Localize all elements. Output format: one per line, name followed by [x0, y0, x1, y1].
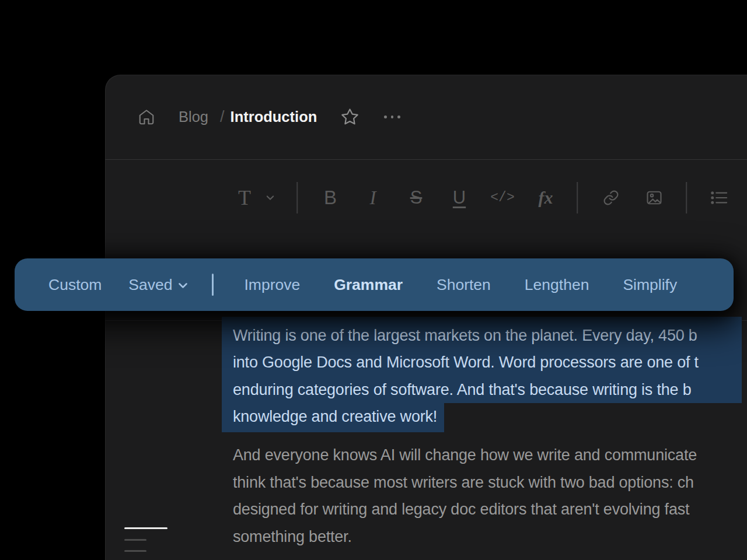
selected-text-line: enduring categories of software. And tha… [222, 376, 742, 403]
selected-text-line: knowledge and creative work! [222, 403, 444, 432]
ai-option-improve[interactable]: Improve [244, 276, 300, 294]
ai-option-lengthen[interactable]: Lengthen [525, 276, 589, 294]
paragraph-line: And everyone knows AI will change how we… [233, 442, 697, 469]
breadcrumb-separator: / [220, 108, 225, 126]
formula-button[interactable]: fx [539, 188, 553, 208]
ai-option-saved[interactable]: Saved [128, 276, 187, 294]
ai-option-shorten[interactable]: Shorten [437, 276, 491, 294]
paragraph-line: think that's because most writers are st… [233, 469, 697, 496]
image-button[interactable] [646, 189, 663, 206]
italic-button[interactable]: I [370, 187, 376, 208]
chevron-down-icon [179, 283, 187, 288]
bullet-list-button[interactable] [710, 189, 728, 206]
link-button[interactable] [603, 189, 620, 206]
toolbar-divider [577, 182, 578, 214]
ai-option-custom[interactable]: Custom [48, 276, 102, 294]
body-paragraph: And everyone knows AI will change how we… [233, 442, 697, 550]
paragraph-line: something better. [233, 523, 697, 551]
breadcrumb-section[interactable]: Blog [179, 108, 208, 125]
selected-text-line: Writing is one of the largest markets on… [222, 317, 742, 349]
toc-outline-indicator[interactable] [124, 527, 171, 552]
more-options-icon[interactable] [384, 108, 400, 126]
ai-option-grammar[interactable]: Grammar [334, 276, 403, 294]
document-header: Blog / Introduction [105, 75, 747, 159]
paragraph-line: designed for writing and legacy doc edit… [233, 496, 697, 523]
ai-option-simplify[interactable]: Simplify [623, 276, 677, 294]
breadcrumb: Blog / Introduction [138, 75, 400, 159]
ai-toolbar-divider [212, 274, 214, 296]
home-icon[interactable] [138, 108, 155, 126]
bold-button[interactable]: B [324, 187, 337, 209]
strikethrough-button[interactable]: S [410, 187, 423, 208]
selected-text-line: into Google Docs and Microsoft Word. Wor… [222, 349, 742, 376]
toolbar-divider [686, 182, 687, 214]
text-style-button[interactable]: T [238, 186, 251, 210]
page-title: Introduction [231, 108, 317, 125]
selected-paragraph: Writing is one of the largest markets on… [222, 317, 742, 432]
underline-button[interactable]: U [453, 187, 466, 208]
text-style-chevron-down-icon[interactable] [267, 195, 274, 200]
code-button[interactable]: </> [490, 190, 514, 205]
ai-command-toolbar: Custom Saved Improve Grammar Shorten Len… [15, 258, 734, 311]
favorite-star-icon[interactable] [340, 107, 359, 127]
formatting-toolbar: T B I S U </> fx [105, 160, 747, 235]
ai-option-saved-label: Saved [128, 276, 172, 294]
toolbar-divider [296, 182, 298, 214]
editor-window: Blog / Introduction T B I S U </> fx [105, 75, 747, 560]
